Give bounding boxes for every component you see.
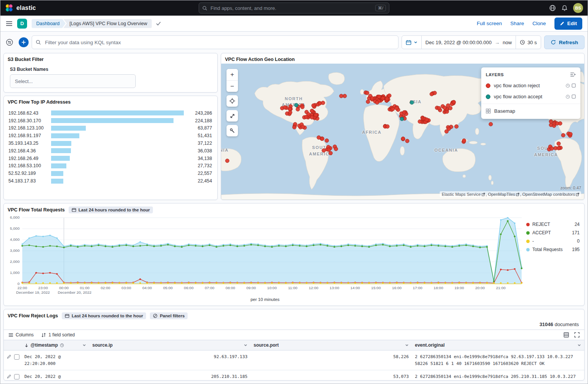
ip-bar[interactable] bbox=[51, 126, 86, 131]
reject-geo-dot[interactable] bbox=[334, 147, 338, 151]
reject-geo-dot[interactable] bbox=[555, 122, 559, 126]
accept-geo-dot[interactable] bbox=[410, 100, 414, 104]
fit-bounds-button[interactable] bbox=[227, 95, 238, 107]
elastic-brand[interactable]: elastic bbox=[5, 4, 36, 12]
global-search[interactable]: ⌘/ bbox=[199, 3, 389, 14]
reject-geo-dot[interactable] bbox=[401, 136, 405, 141]
ip-bar[interactable] bbox=[51, 179, 63, 184]
filter-controls-button[interactable] bbox=[3, 36, 16, 48]
time-badge[interactable]: Last 24 hours rounded to the hour bbox=[62, 312, 146, 319]
avatar[interactable]: BS bbox=[573, 3, 583, 13]
breadcrumb-dashboard[interactable]: Dashboard bbox=[32, 19, 66, 28]
edit-button[interactable]: Edit bbox=[554, 18, 583, 30]
legend-item[interactable]: -0 bbox=[526, 238, 580, 244]
reject-geo-dot[interactable] bbox=[321, 148, 326, 152]
reject-geo-dot[interactable] bbox=[377, 94, 381, 99]
kql-input[interactable] bbox=[32, 35, 398, 49]
accept-geo-dot[interactable] bbox=[400, 117, 404, 121]
menu-hamburger-icon[interactable] bbox=[6, 20, 13, 27]
refresh-interval-button[interactable]: 30 s bbox=[516, 36, 541, 49]
column-menu-chevron[interactable] bbox=[577, 343, 581, 347]
expand-row-pencil-icon[interactable] bbox=[7, 374, 11, 379]
nav-link-share[interactable]: Share bbox=[510, 21, 524, 26]
reject-geo-dot[interactable] bbox=[430, 92, 434, 96]
layer-visibility-checkbox[interactable] bbox=[572, 83, 576, 88]
ip-bar[interactable] bbox=[51, 118, 174, 123]
s3-bucket-select[interactable]: Select... bbox=[10, 74, 136, 88]
column-header-timestamp[interactable]: @timestamp bbox=[21, 340, 89, 350]
accept-geo-dot[interactable] bbox=[294, 103, 299, 107]
reject-geo-dot[interactable] bbox=[310, 115, 314, 120]
column-header-sourceport[interactable]: source.port bbox=[251, 340, 412, 350]
reject-geo-dot[interactable] bbox=[442, 106, 447, 110]
reject-geo-dot[interactable] bbox=[325, 139, 329, 143]
reject-geo-dot[interactable] bbox=[556, 146, 561, 150]
layer-item[interactable]: vpc flow action reject bbox=[481, 80, 580, 91]
time-range-display[interactable]: Dec 19, 2022 @ 00:00:00.000 → now bbox=[421, 36, 516, 49]
ip-bar[interactable] bbox=[51, 163, 66, 168]
reject-geo-dot[interactable] bbox=[569, 132, 573, 136]
fullscreen-icon[interactable] bbox=[574, 332, 580, 338]
time-badge[interactable]: Last 24 hours rounded to the hour bbox=[69, 206, 153, 213]
reject-geo-dot[interactable] bbox=[288, 107, 292, 111]
attribution-link[interactable]: Elastic Maps Service , bbox=[442, 192, 487, 197]
reject-geo-dot[interactable] bbox=[454, 125, 458, 129]
space-badge[interactable]: D bbox=[17, 19, 27, 29]
reject-geo-dot[interactable] bbox=[296, 107, 300, 112]
reject-geo-dot[interactable] bbox=[283, 106, 287, 110]
reject-geo-dot[interactable] bbox=[385, 97, 389, 101]
attribution-link[interactable]: OpenStreetMap contributors bbox=[522, 192, 579, 197]
reject-geo-dot[interactable] bbox=[225, 159, 230, 163]
ip-bar[interactable] bbox=[51, 110, 184, 115]
legend-item[interactable]: REJECT24 bbox=[526, 222, 580, 227]
nav-link-clone[interactable]: Clone bbox=[532, 21, 546, 26]
reject-geo-dot[interactable] bbox=[489, 122, 493, 126]
reject-geo-dot[interactable] bbox=[447, 126, 451, 131]
attribution-link[interactable]: OpenMapTiles , bbox=[488, 192, 521, 197]
refresh-button[interactable]: Refresh bbox=[544, 35, 585, 49]
help-icon[interactable] bbox=[549, 5, 556, 11]
grid-density-icon[interactable] bbox=[564, 332, 569, 338]
nav-link-full-screen[interactable]: Full screen bbox=[477, 21, 502, 26]
reject-geo-dot[interactable] bbox=[437, 106, 441, 110]
reject-geo-dot[interactable] bbox=[365, 91, 369, 95]
reject-geo-dot[interactable] bbox=[301, 125, 305, 129]
reject-geo-dot[interactable] bbox=[395, 106, 399, 110]
layer-settings-icon[interactable] bbox=[566, 94, 570, 99]
expand-map-button[interactable] bbox=[227, 110, 238, 122]
layers-menu-icon[interactable] bbox=[570, 72, 576, 77]
row-checkbox[interactable] bbox=[14, 374, 19, 379]
alerts-bell-icon[interactable] bbox=[561, 5, 568, 11]
ip-bar[interactable] bbox=[51, 141, 71, 146]
reject-geo-dot[interactable] bbox=[320, 137, 324, 141]
reject-geo-dot[interactable] bbox=[321, 101, 325, 105]
row-checkbox[interactable] bbox=[14, 354, 19, 360]
reject-geo-dot[interactable] bbox=[418, 119, 422, 123]
reject-geo-dot[interactable] bbox=[300, 105, 305, 109]
layer-visibility-checkbox[interactable] bbox=[572, 94, 576, 99]
ip-bar[interactable] bbox=[51, 156, 70, 161]
reject-geo-dot[interactable] bbox=[292, 125, 297, 130]
global-search-input[interactable] bbox=[210, 5, 372, 11]
map-tools-button[interactable] bbox=[227, 125, 238, 136]
reject-geo-dot[interactable] bbox=[405, 139, 409, 143]
date-picker-button[interactable] bbox=[402, 36, 421, 49]
reject-geo-dot[interactable] bbox=[462, 138, 466, 142]
column-menu-chevron[interactable] bbox=[82, 343, 86, 347]
column-header-eventoriginal[interactable]: event.original bbox=[412, 340, 584, 350]
ip-bar[interactable] bbox=[51, 171, 63, 176]
reject-geo-dot[interactable] bbox=[310, 109, 314, 113]
reject-geo-dot[interactable] bbox=[307, 112, 311, 117]
legend-item[interactable]: Total Requests195 bbox=[526, 247, 580, 252]
column-menu-chevron[interactable] bbox=[405, 343, 409, 347]
ip-bar[interactable] bbox=[51, 133, 79, 138]
reject-geo-dot[interactable] bbox=[451, 100, 456, 104]
reject-geo-dot[interactable] bbox=[375, 100, 379, 104]
layer-basemap[interactable]: Basemap bbox=[481, 106, 580, 117]
reject-geo-dot[interactable] bbox=[326, 148, 331, 152]
layer-item[interactable]: vpc flow action accept bbox=[481, 91, 580, 102]
column-header-sourceip[interactable]: source.ip bbox=[89, 340, 251, 350]
zoom-out-button[interactable]: − bbox=[227, 80, 238, 92]
legend-item[interactable]: ACCEPT171 bbox=[526, 230, 580, 235]
reject-geo-dot[interactable] bbox=[313, 113, 318, 117]
